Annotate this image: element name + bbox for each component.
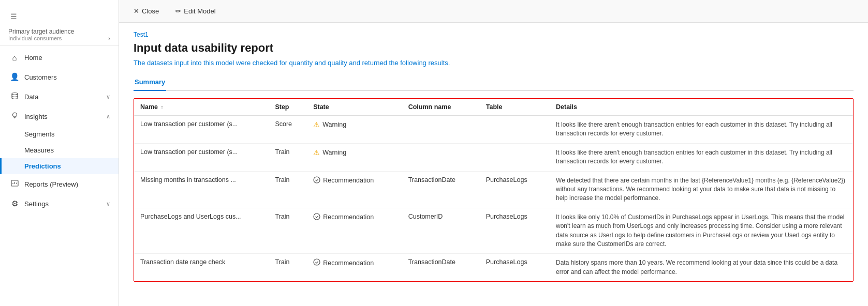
- sidebar-primary-sub: Individual consumers: [8, 35, 62, 41]
- edit-icon: ✏: [175, 7, 181, 15]
- cell-name: Low transaction per customer (s...: [134, 116, 269, 144]
- col-details[interactable]: Details: [550, 99, 853, 116]
- table-row: Low transaction per customer (s... Score…: [134, 116, 853, 144]
- close-icon: ✕: [134, 7, 139, 15]
- sidebar-item-measures[interactable]: Measures: [0, 142, 119, 158]
- cell-column-name: [402, 143, 480, 171]
- cell-state: ⚠ Warning: [307, 116, 402, 144]
- cell-details: We detected that there are certain month…: [550, 171, 853, 208]
- data-icon: [10, 92, 19, 101]
- table-row: Missing months in transactions ... Train…: [134, 171, 853, 208]
- state-label: Warning: [322, 121, 346, 128]
- data-table-wrapper: Name ↑ Step State Column name: [134, 98, 854, 282]
- home-icon: ⌂: [10, 53, 19, 62]
- sidebar-expand-icon[interactable]: ›: [108, 35, 110, 41]
- sidebar-item-predictions[interactable]: Predictions: [0, 158, 119, 174]
- sidebar-item-customers[interactable]: 👤 Customers: [0, 67, 119, 87]
- cell-details: It looks like only 10.0% of CustomerIDs …: [550, 208, 853, 254]
- state-label: Recommendation: [323, 259, 374, 267]
- cell-state: ⚠ Warning: [307, 143, 402, 171]
- settings-chevron-icon: ∨: [106, 201, 110, 207]
- cell-table: [480, 143, 550, 171]
- edit-label: Edit Model: [184, 7, 215, 15]
- cell-table: [480, 116, 550, 144]
- sidebar-item-customers-label: Customers: [24, 73, 57, 81]
- name-sort-icon: ↑: [161, 104, 164, 110]
- subtitle: The datasets input into this model were …: [134, 59, 854, 67]
- cell-details: It looks like there aren't enough transa…: [550, 116, 853, 144]
- sidebar-item-segments-label: Segments: [24, 130, 55, 138]
- hamburger-icon[interactable]: ☰: [8, 10, 19, 23]
- close-button[interactable]: ✕ Close: [129, 5, 163, 17]
- state-label: Recommendation: [323, 213, 374, 221]
- cell-step: Train: [269, 143, 307, 171]
- sidebar-nav: ⌂ Home 👤 Customers Data ∨ Insights ∧ Seg…: [0, 46, 119, 306]
- insights-chevron-icon: ∧: [106, 113, 110, 120]
- sidebar-item-home-label: Home: [24, 54, 42, 62]
- edit-model-button[interactable]: ✏ Edit Model: [171, 5, 219, 17]
- topbar: ✕ Close ✏ Edit Model: [119, 0, 868, 23]
- cell-column-name: TransactionDate: [402, 171, 480, 208]
- table-row: Low transaction per customer (s... Train…: [134, 143, 853, 171]
- cell-step: Train: [269, 208, 307, 254]
- sidebar-header: ☰ Primary target audience Individual con…: [0, 4, 119, 46]
- data-chevron-icon: ∨: [106, 94, 110, 100]
- state-label: Warning: [322, 149, 346, 156]
- insights-icon: [10, 112, 19, 121]
- col-step[interactable]: Step: [269, 99, 307, 116]
- cell-name: Missing months in transactions ...: [134, 171, 269, 208]
- cell-column-name: TransactionDate: [402, 254, 480, 281]
- customers-icon: 👤: [10, 72, 19, 82]
- col-state[interactable]: State: [307, 99, 402, 116]
- state-label: Recommendation: [323, 177, 374, 184]
- tabs: Summary: [134, 74, 854, 91]
- tab-summary[interactable]: Summary: [134, 74, 166, 91]
- table-row: PurchaseLogs and UserLogs cus... Train R…: [134, 208, 853, 254]
- recommendation-icon: [313, 176, 320, 185]
- cell-column-name: CustomerID: [402, 208, 480, 254]
- cell-name: Low transaction per customer (s...: [134, 143, 269, 171]
- sidebar-item-data[interactable]: Data ∨: [0, 87, 119, 106]
- sidebar-item-insights-label: Insights: [24, 113, 48, 120]
- sidebar-item-predictions-label: Predictions: [24, 162, 61, 170]
- cell-name: PurchaseLogs and UserLogs cus...: [134, 208, 269, 254]
- svg-point-1: [12, 113, 17, 117]
- cell-table: PurchaseLogs: [480, 171, 550, 208]
- cell-table: PurchaseLogs: [480, 254, 550, 281]
- main-content: ✕ Close ✏ Edit Model Test1 Input data us…: [119, 0, 868, 306]
- cell-state: Recommendation: [307, 208, 402, 254]
- svg-point-0: [12, 93, 18, 95]
- sidebar-item-settings[interactable]: ⚙ Settings ∨: [0, 194, 119, 213]
- cell-details: Data history spans more than 10 years. W…: [550, 254, 853, 281]
- sidebar-item-segments[interactable]: Segments: [0, 126, 119, 142]
- sidebar-item-settings-label: Settings: [24, 200, 49, 208]
- sidebar-item-home[interactable]: ⌂ Home: [0, 48, 119, 67]
- sidebar-item-reports-label: Reports (Preview): [24, 180, 78, 188]
- cell-step: Train: [269, 254, 307, 281]
- svg-point-3: [314, 177, 320, 183]
- breadcrumb[interactable]: Test1: [134, 31, 854, 38]
- recommendation-icon: [313, 213, 320, 222]
- col-column-name[interactable]: Column name: [402, 99, 480, 116]
- table-header-row: Name ↑ Step State Column name: [134, 99, 853, 116]
- sidebar-item-reports[interactable]: Reports (Preview): [0, 174, 119, 194]
- table-row: Transaction date range check Train Recom…: [134, 254, 853, 281]
- col-name[interactable]: Name ↑: [134, 99, 269, 116]
- sidebar-primary-label: Primary target audience: [8, 28, 110, 35]
- sidebar-item-insights[interactable]: Insights ∧: [0, 106, 119, 126]
- sidebar-item-measures-label: Measures: [24, 146, 54, 154]
- cell-details: It looks like there aren't enough transa…: [550, 143, 853, 171]
- sidebar-item-data-label: Data: [24, 93, 38, 101]
- warning-icon: ⚠: [313, 120, 320, 129]
- cell-state: Recommendation: [307, 171, 402, 208]
- svg-point-5: [314, 259, 320, 265]
- cell-step: Score: [269, 116, 307, 144]
- cell-state: Recommendation: [307, 254, 402, 281]
- sidebar: ☰ Primary target audience Individual con…: [0, 0, 119, 306]
- settings-icon: ⚙: [10, 199, 19, 208]
- content-area: Test1 Input data usability report The da…: [119, 23, 868, 306]
- col-table[interactable]: Table: [480, 99, 550, 116]
- cell-step: Train: [269, 171, 307, 208]
- cell-name: Transaction date range check: [134, 254, 269, 281]
- close-label: Close: [142, 7, 159, 15]
